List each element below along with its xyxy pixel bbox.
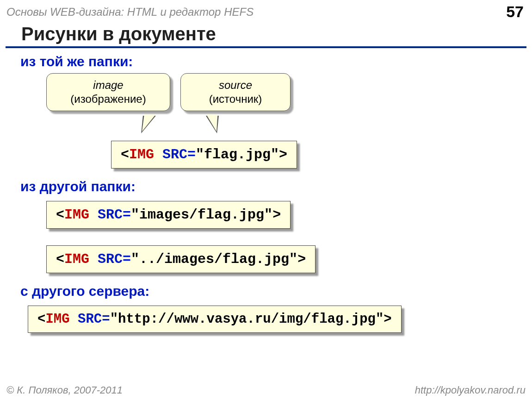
section-same-folder: из той же папки:: [20, 54, 532, 69]
page-number: 57: [506, 3, 524, 21]
code-example-1: <IMG SRC="flag.jpg">: [111, 141, 297, 169]
page-title: Рисунки в документе: [6, 21, 526, 48]
section-other-folder: из другой папки:: [20, 179, 532, 194]
callout-source: source (источник): [180, 73, 291, 111]
callout-source-ru: (источник): [189, 92, 282, 106]
callout-image-ru: (изображение): [55, 92, 161, 106]
breadcrumb: Основы WEB-дизайна: HTML и редактор HEFS: [6, 6, 254, 19]
callout-image-en: image: [55, 78, 161, 92]
footer-url: http://kpolyakov.narod.ru: [415, 384, 526, 396]
callout-image: image (изображение): [46, 73, 170, 111]
callout-tail-icon: [135, 116, 156, 133]
code-example-4: <IMG SRC="http://www.vasya.ru/img/flag.j…: [28, 306, 402, 333]
callout-tail-icon: [206, 116, 223, 133]
footer-copyright: © К. Поляков, 2007-2011: [6, 384, 123, 396]
code-example-2: <IMG SRC="images/flag.jpg">: [46, 201, 291, 229]
code-example-3: <IMG SRC="../images/flag.jpg">: [46, 245, 315, 273]
callout-source-en: source: [189, 78, 282, 92]
section-other-server: с другого сервера:: [20, 283, 532, 299]
